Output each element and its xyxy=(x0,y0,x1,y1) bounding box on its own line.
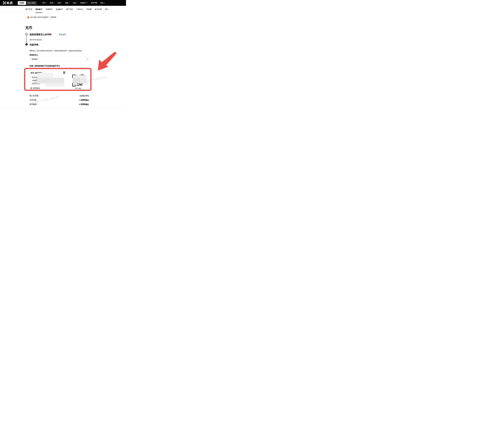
copy-icon xyxy=(31,87,32,89)
copy-address-label: 复制地址 xyxy=(33,87,40,89)
top-nav: 欧易 交易所 Web3 钱包 买币∨ 发现∨ 交易∨ 金融∨ 公链∨ 机构客户∨ xyxy=(0,0,126,6)
tab-fees[interactable]: 手续费 xyxy=(86,6,92,13)
warning-banner: ! 账户内有 8 笔不可交易资产，立即提现 xyxy=(27,16,56,18)
redaction-block xyxy=(80,78,87,84)
nav-item-finance[interactable]: 金融∨ xyxy=(65,2,70,4)
nav-item-trade[interactable]: 交易∨ xyxy=(57,2,62,4)
redaction-block xyxy=(37,78,64,83)
tab-account-statement[interactable]: 账户结单 xyxy=(95,6,102,13)
chevron-down-icon: ∨ xyxy=(54,2,54,3)
detail-value: 0.0002 BTC xyxy=(80,95,89,97)
detail-row-withdrawal-unlock: 提币解锁 3 次网络确认 xyxy=(30,103,89,106)
alert-icon: ! xyxy=(27,16,29,18)
tab-trading-account[interactable]: 交易账户 xyxy=(46,6,53,13)
toggle-exchange[interactable]: 交易所 xyxy=(18,1,26,5)
warning-text: 账户内有 8 笔不可交易资产，立即提现 xyxy=(31,16,56,18)
step-connector-line xyxy=(26,36,27,43)
detail-label: 最小充币额 xyxy=(30,95,38,97)
chevron-down-icon: ∨ xyxy=(87,2,88,3)
detail-row-min-deposit: 最小充币额 0.0002 BTC xyxy=(30,94,89,97)
product-toggle: 交易所 Web3 钱包 xyxy=(18,1,37,5)
tab-audit[interactable]: 审计 xyxy=(105,6,108,13)
nav-item-academy[interactable]: 新手学院 xyxy=(91,2,97,4)
nav-item-public-chain[interactable]: 公链∨ xyxy=(72,2,77,4)
redaction-block xyxy=(46,83,64,86)
step2-number-circle: 2 xyxy=(25,43,28,46)
account-tabbar: 资产总览 资金账户 交易账户 金融账户 资产分析 订单中心 手续费 账户结单 审… xyxy=(0,6,126,13)
scan-instruction-heading: 扫描二维码或复制下列信息到提币平台 xyxy=(30,65,60,67)
important-notice: 重要信息：您只可发送BTC至此地址，若发送其他数字货币，您将会失去这笔资金。 xyxy=(30,50,83,52)
account-select-value: 资金账户 xyxy=(32,58,38,60)
account-select[interactable]: 资金账户 xyxy=(30,56,90,62)
tab-finance-account[interactable]: 金融账户 xyxy=(56,6,63,13)
watermark: ng yang lina xyxy=(92,75,107,81)
check-icon: ✓ xyxy=(26,33,27,35)
nav-item-institutions[interactable]: 机构客户∨ xyxy=(80,2,88,4)
chevron-down-icon xyxy=(87,59,88,59)
red-arrow-annotation xyxy=(96,52,117,71)
tab-asset-analysis[interactable]: 资产分析 xyxy=(66,6,73,13)
redaction-block xyxy=(73,84,77,85)
tab-funding-account[interactable]: 资金账户 xyxy=(36,6,42,13)
detail-label: 充币到账 xyxy=(30,99,36,101)
nav-item-more[interactable]: 更多∨ xyxy=(100,2,105,4)
nav-divider xyxy=(40,2,40,4)
copy-address-button[interactable]: 复制地址 xyxy=(31,87,40,89)
deposit-details: 最小充币额 0.0002 BTC 充币到账 1 次网络确认 提币解锁 3 次网络… xyxy=(30,94,89,107)
step1-check-circle: ✓ xyxy=(25,33,28,35)
chevron-down-icon: ∨ xyxy=(46,2,47,3)
address-book-icon[interactable] xyxy=(63,71,65,74)
detail-value: 1 次网络确认 xyxy=(79,99,89,101)
redaction-block xyxy=(73,78,80,84)
page-title: 充币 xyxy=(25,25,32,30)
tab-asset-overview[interactable]: 资产总览 xyxy=(25,6,32,13)
re-edit-link[interactable]: 重新编辑 xyxy=(59,34,66,36)
selected-coin-text: 充币 BTC-Bitcoin xyxy=(30,39,42,41)
redaction-block xyxy=(37,73,53,78)
nav-menu: 买币∨ 发现∨ 交易∨ 金融∨ 公链∨ 机构客户∨ 新手学院 更多∨ xyxy=(42,0,105,6)
detail-value: 3 次网络确认 xyxy=(79,103,89,106)
withdraw-now-link[interactable]: 立即提现 xyxy=(50,16,56,18)
deposit-page: 欧易 交易所 Web3 钱包 买币∨ 发现∨ 交易∨ 金融∨ 公链∨ 机构客户∨ xyxy=(0,0,126,111)
detail-label: 提币解锁 xyxy=(30,103,36,106)
deposit-to-label: 将资金充入 xyxy=(30,54,38,56)
toggle-web3-wallet[interactable]: Web3 钱包 xyxy=(26,1,37,5)
nav-item-buy-crypto[interactable]: 买币∨ xyxy=(42,2,47,4)
tab-order-center[interactable]: 订单中心 xyxy=(76,6,83,13)
chevron-down-icon: ∨ xyxy=(76,2,77,3)
step2-heading: 充值详情 xyxy=(30,43,38,46)
nav-item-discover[interactable]: 发现∨ xyxy=(50,2,54,4)
detail-row-deposit-arrival: 充币到账 1 次网络确认 xyxy=(30,99,89,101)
chevron-down-icon: ∨ xyxy=(104,2,105,3)
chevron-down-icon: ∨ xyxy=(61,2,62,3)
redaction-block xyxy=(73,75,87,78)
okx-logo-icon xyxy=(3,1,6,4)
brand-name: 欧易 xyxy=(7,1,13,5)
qr-code-label: BTC 地址 xyxy=(71,87,85,90)
chevron-down-icon: ∨ xyxy=(69,2,70,3)
step1-heading: 选择您需要充入的币种 xyxy=(30,33,52,36)
